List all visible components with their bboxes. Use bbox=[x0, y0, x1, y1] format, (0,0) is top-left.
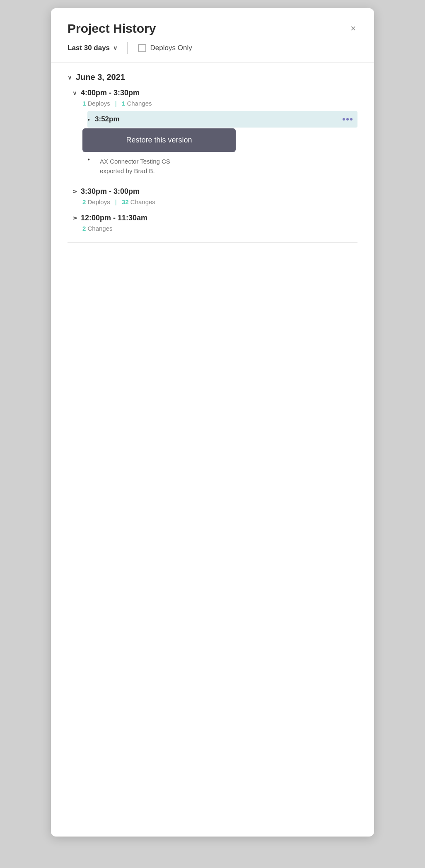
description-line2: exported by Brad B. bbox=[100, 167, 155, 174]
chevron-right-icon: ∨ bbox=[71, 190, 78, 194]
timeline-item-1: ● 3:52pm bbox=[68, 111, 357, 128]
time-group-2-stats: 2 Deploys | 32 Changes bbox=[68, 198, 357, 205]
time-group-3-range: 12:00pm - 11:30am bbox=[81, 214, 147, 222]
restore-popup: Restore this version bbox=[82, 128, 357, 152]
item-description-2: AX Connector Testing CS exported by Brad… bbox=[100, 157, 170, 176]
date-group-header-june3[interactable]: ∨ June 3, 2021 bbox=[68, 72, 357, 82]
vertical-divider bbox=[127, 42, 128, 54]
project-history-modal: Project History × Last 30 days ∨ Deploys… bbox=[51, 8, 374, 837]
deploys-label-2: Deploys bbox=[86, 198, 110, 205]
time-group-1-header[interactable]: ∨ 4:00pm - 3:30pm bbox=[68, 89, 357, 97]
bullet-icon-2: ● bbox=[87, 157, 90, 162]
deploys-only-checkbox[interactable] bbox=[138, 44, 146, 52]
changes-label-2: Changes bbox=[129, 198, 155, 205]
dot-3 bbox=[350, 118, 353, 121]
timeline-item-2: ● AX Connector Testing CS exported by Br… bbox=[68, 154, 357, 179]
item-time-1: 3:52pm bbox=[95, 115, 120, 123]
deploys-count-1: 1 bbox=[82, 100, 86, 107]
changes-label-1: Changes bbox=[125, 100, 152, 107]
changes-count-2: 32 bbox=[122, 198, 129, 205]
chevron-right-icon-3: ∨ bbox=[71, 216, 78, 220]
time-group-3-stats: 2 Changes bbox=[68, 225, 357, 232]
deploys-label-1: Deploys bbox=[86, 100, 110, 107]
time-group-1: ∨ 4:00pm - 3:30pm 1 Deploys | 1 Changes … bbox=[68, 89, 357, 179]
more-dots-menu-1[interactable] bbox=[343, 118, 353, 121]
stat-divider-2: | bbox=[113, 198, 118, 205]
modal-title: Project History bbox=[68, 22, 156, 36]
bullet-icon-1: ● bbox=[87, 117, 90, 122]
chevron-down-icon: ∨ bbox=[68, 74, 72, 81]
changes-count-1: 1 bbox=[122, 100, 125, 107]
modal-header: Project History × Last 30 days ∨ Deploys… bbox=[51, 8, 374, 63]
close-button[interactable]: × bbox=[349, 22, 357, 35]
time-group-2-range: 3:30pm - 3:00pm bbox=[81, 187, 140, 196]
stat-divider-1: | bbox=[113, 100, 118, 107]
time-group-2: ∨ 3:30pm - 3:00pm 2 Deploys | 32 Changes bbox=[68, 187, 357, 205]
dot-2 bbox=[346, 118, 349, 121]
changes-count-3: 2 bbox=[82, 225, 86, 232]
time-group-1-range: 4:00pm - 3:30pm bbox=[81, 89, 140, 97]
time-group-2-header[interactable]: ∨ 3:30pm - 3:00pm bbox=[68, 187, 357, 196]
time-group-3: ∨ 12:00pm - 11:30am 2 Changes bbox=[68, 214, 357, 232]
time-group-1-stats: 1 Deploys | 1 Changes bbox=[68, 100, 357, 107]
timeline-item-row-2: ● AX Connector Testing CS exported by Br… bbox=[87, 154, 357, 179]
date-filter-dropdown[interactable]: Last 30 days ∨ bbox=[68, 44, 117, 52]
deploys-count-2: 2 bbox=[82, 198, 86, 205]
timeline-item-row-1[interactable]: ● 3:52pm bbox=[87, 111, 357, 128]
date-group-june3: ∨ June 3, 2021 ∨ 4:00pm - 3:30pm 1 Deplo… bbox=[51, 63, 374, 232]
restore-version-button[interactable]: Restore this version bbox=[82, 128, 236, 152]
time-group-3-header[interactable]: ∨ 12:00pm - 11:30am bbox=[68, 214, 357, 222]
deploys-only-label: Deploys Only bbox=[150, 44, 192, 52]
chevron-down-icon: ∨ bbox=[72, 90, 77, 96]
header-controls: Last 30 days ∨ Deploys Only bbox=[68, 42, 357, 54]
description-line1: AX Connector Testing CS bbox=[100, 158, 170, 165]
chevron-down-icon: ∨ bbox=[113, 45, 117, 51]
separator bbox=[68, 242, 357, 243]
changes-label-3: Changes bbox=[86, 225, 112, 232]
date-group-label: June 3, 2021 bbox=[76, 72, 125, 82]
date-filter-label: Last 30 days bbox=[68, 44, 110, 52]
deploys-only-filter[interactable]: Deploys Only bbox=[138, 44, 192, 52]
modal-body: ∨ June 3, 2021 ∨ 4:00pm - 3:30pm 1 Deplo… bbox=[51, 63, 374, 269]
dot-1 bbox=[343, 118, 345, 121]
